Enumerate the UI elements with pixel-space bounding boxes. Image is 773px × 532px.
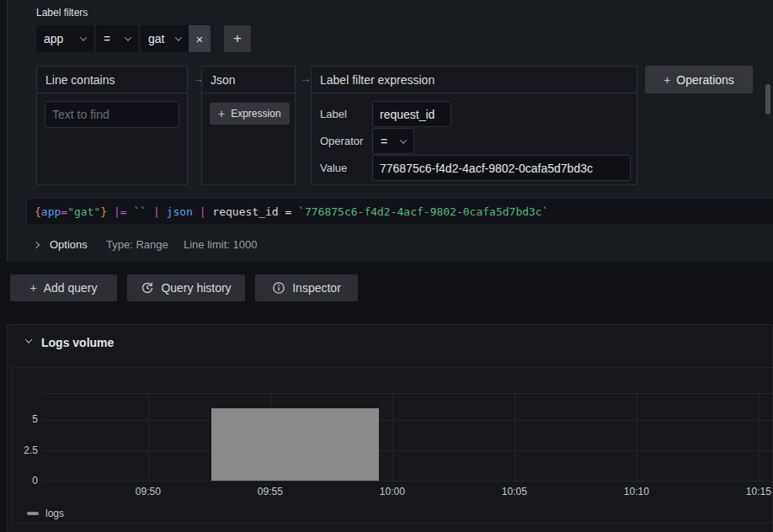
chevron-down-icon <box>175 34 182 40</box>
filter-value-value: gat <box>148 32 164 45</box>
add-expression-label: Expression <box>231 108 280 120</box>
operations-button-label: Operations <box>676 73 733 87</box>
operation-header: Label filter expression <box>312 66 637 93</box>
param-name: Label <box>320 108 372 120</box>
chart-legend: logs <box>27 506 64 521</box>
gridline-vertical <box>514 394 515 481</box>
y-tick-label: 0 <box>32 475 38 487</box>
add-query-button[interactable]: + Add query <box>10 274 117 301</box>
chevron-down-icon <box>80 34 87 40</box>
gridline-vertical <box>759 394 760 481</box>
arrow-right-icon: → <box>300 72 312 85</box>
filter-operator-select[interactable]: = <box>96 25 138 52</box>
add-label-filter-button[interactable]: + <box>224 25 251 52</box>
gridline-vertical <box>392 394 393 481</box>
x-tick-label: 10:00 <box>380 486 405 497</box>
plus-icon: + <box>29 281 36 295</box>
query-history-label: Query history <box>161 281 231 295</box>
x-tick-label: 09:55 <box>258 486 283 497</box>
filter-value-select[interactable]: gat <box>141 25 189 52</box>
chevron-down-icon <box>400 136 407 143</box>
query-editor-panel: Label filters app = gat × + Line contain… <box>7 0 773 262</box>
operation-header: Json <box>202 66 295 93</box>
chevron-down-icon <box>125 34 131 40</box>
query-preview-code: {app="gat"} |= `` | json | request_id = … <box>35 205 549 218</box>
chevron-down-icon <box>25 336 32 343</box>
legend-swatch-icon <box>27 512 39 515</box>
y-axis: 02.55 <box>13 393 38 481</box>
gridline-horizontal <box>42 481 773 481</box>
operation-json: Json + Expression <box>201 66 296 185</box>
logs-volume-bar <box>211 408 379 481</box>
logs-volume-toggle[interactable]: Logs volume <box>8 325 772 359</box>
expression-operator-value: = <box>381 135 387 148</box>
add-expression-button[interactable]: + Expression <box>210 103 290 125</box>
gridline-vertical <box>148 394 149 481</box>
legend-label: logs <box>45 508 64 519</box>
operation-header: Line contains <box>37 66 187 93</box>
x-axis: 09:5009:5510:0010:0510:1010:15 <box>42 486 773 499</box>
param-row-operator: Operator = <box>312 128 637 154</box>
query-history-button[interactable]: Query history <box>127 274 245 301</box>
chevron-right-icon <box>33 242 40 248</box>
query-preview: {app="gat"} |= `` | json | request_id = … <box>26 198 773 226</box>
label-name-input[interactable] <box>372 101 451 127</box>
logs-volume-panel: Logs volume 09:5009:5510:0010:0510:1010:… <box>7 324 773 532</box>
operations-button[interactable]: + Operations <box>645 66 753 93</box>
operation-params: Label Operator = Value <box>312 93 637 181</box>
close-icon: × <box>196 32 204 46</box>
operation-label-filter-expression: Label filter expression Label Operator =… <box>311 66 637 185</box>
history-icon <box>141 281 154 295</box>
operation-line-contains: Line contains <box>36 66 188 185</box>
options-label: Options <box>50 238 88 251</box>
filter-label-value: app <box>44 32 63 45</box>
label-value-input[interactable] <box>372 155 631 181</box>
logs-volume-chart: 09:5009:5510:0010:0510:1010:15 02.55 log… <box>12 367 773 524</box>
operation-title: Json <box>211 73 236 87</box>
operation-title: Line contains <box>45 73 115 87</box>
gridline-horizontal <box>42 420 773 421</box>
param-name: Value <box>320 162 372 174</box>
x-tick-label: 10:05 <box>502 486 527 497</box>
x-tick-label: 09:50 <box>136 486 161 497</box>
add-query-label: Add query <box>44 281 98 295</box>
options-type: Type: Range <box>106 238 168 251</box>
operation-title: Label filter expression <box>320 73 434 87</box>
gridline-vertical <box>637 394 637 481</box>
filter-label-select[interactable]: app <box>36 25 93 52</box>
options-toggle[interactable]: Options Type: Range Line limit: 1000 <box>8 233 773 258</box>
inspector-label: Inspector <box>292 281 341 295</box>
plot-area <box>42 393 773 481</box>
remove-filter-button[interactable]: × <box>189 25 211 52</box>
param-name: Operator <box>320 135 372 147</box>
plus-icon: + <box>218 107 225 120</box>
logs-volume-title: Logs volume <box>41 336 114 349</box>
plus-icon: + <box>233 30 242 47</box>
param-row-value: Value <box>312 155 637 181</box>
label-filters-heading: Label filters <box>36 7 88 19</box>
scrollbar-thumb[interactable] <box>765 84 770 114</box>
x-tick-label: 10:10 <box>624 486 649 497</box>
param-row-label: Label <box>312 101 637 127</box>
gridline-horizontal <box>42 450 773 451</box>
options-line-limit: Line limit: 1000 <box>184 238 257 251</box>
y-tick-label: 5 <box>32 413 38 425</box>
expression-operator-select[interactable]: = <box>372 128 414 154</box>
inspector-button[interactable]: Inspector <box>255 274 358 301</box>
filter-operator-value: = <box>104 32 110 45</box>
info-icon <box>272 281 285 295</box>
legend-item[interactable]: logs <box>27 508 64 519</box>
line-contains-input[interactable] <box>45 101 179 128</box>
x-tick-label: 10:15 <box>746 486 771 497</box>
plus-icon: + <box>664 73 670 87</box>
y-tick-label: 2.5 <box>24 444 38 456</box>
